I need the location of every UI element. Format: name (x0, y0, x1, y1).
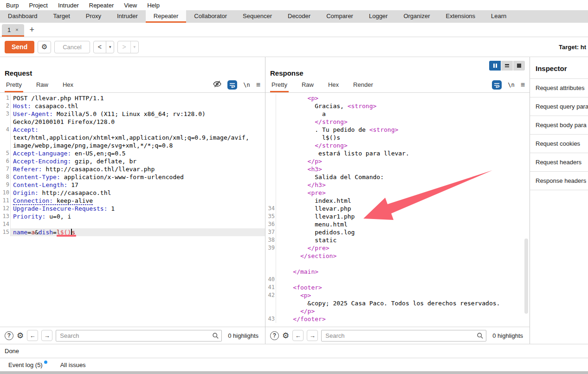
code-line[interactable]: 34 llevar.php (265, 205, 530, 213)
menu-view[interactable]: View (119, 2, 142, 9)
inspector-section-response-headers[interactable]: Response headers (530, 172, 588, 190)
search-previous-button[interactable]: ← (292, 330, 304, 341)
rows-layout-icon[interactable] (501, 61, 513, 71)
code-line[interactable]: 37 pedidos.log (265, 228, 530, 236)
tab-comparer[interactable]: Comparer (318, 10, 361, 23)
show-newlines-icon[interactable]: \n (243, 82, 250, 88)
code-line[interactable]: <p> (265, 94, 530, 102)
code-line[interactable]: a (265, 110, 530, 118)
code-line[interactable] (265, 260, 530, 268)
send-button[interactable]: Send (5, 41, 34, 53)
menu-burp[interactable]: Burp (1, 2, 24, 9)
tab-proxy[interactable]: Proxy (78, 10, 109, 23)
code-line[interactable]: 43 </footer> (265, 315, 530, 323)
tab-repeater[interactable]: Repeater (146, 10, 186, 23)
search-settings-icon[interactable]: ⚙ (282, 331, 289, 341)
tab-collaborator[interactable]: Collaborator (186, 10, 235, 23)
request-tab-raw[interactable]: Raw (35, 79, 50, 92)
word-wrap-icon[interactable] (492, 80, 502, 90)
inspector-section-request-headers[interactable]: Request headers (530, 153, 588, 172)
back-button[interactable]: < ▾ (93, 41, 115, 53)
tab-target[interactable]: Target (45, 10, 78, 23)
tab-organizer[interactable]: Organizer (395, 10, 438, 23)
code-line[interactable]: estará listo para llevar. (265, 149, 530, 157)
word-wrap-icon[interactable] (227, 80, 237, 90)
add-tab-button[interactable]: + (24, 24, 40, 36)
search-settings-icon[interactable]: ⚙ (17, 331, 24, 341)
request-tab-hex[interactable]: Hex (61, 79, 75, 92)
request-tab-pretty[interactable]: Pretty (5, 79, 23, 92)
tab-sequencer[interactable]: Sequencer (235, 10, 280, 23)
code-line[interactable]: 38 static (265, 236, 530, 244)
code-line[interactable]: 5Accept-Language: en-US,en;q=0.5 (0, 149, 265, 157)
tab-intruder[interactable]: Intruder (109, 10, 146, 23)
code-line[interactable]: </main> (265, 268, 530, 276)
inspector-section-request-body-para[interactable]: Request body para (530, 116, 588, 135)
code-line[interactable]: 14 (0, 220, 265, 228)
help-icon[interactable]: ? (5, 331, 13, 340)
tab-logger[interactable]: Logger (361, 10, 395, 23)
code-line[interactable]: <h3> (265, 165, 530, 173)
back-dropdown-icon[interactable]: ▾ (106, 41, 114, 53)
code-line[interactable]: . Tu pedido de <strong> (265, 126, 530, 134)
response-search-input[interactable] (321, 330, 486, 342)
search-next-button[interactable]: → (307, 330, 318, 341)
code-line[interactable]: 9Content-Length: 17 (0, 181, 265, 189)
help-icon[interactable]: ? (270, 331, 279, 340)
code-line[interactable]: 3User-Agent: Mozilla/5.0 (X11; Linux x86… (0, 110, 265, 118)
code-line[interactable]: 42 <p> (265, 291, 530, 299)
code-line[interactable]: l$()s (265, 134, 530, 142)
response-tab-raw[interactable]: Raw (300, 79, 315, 92)
code-line[interactable]: 1POST /llevar.php HTTP/1.1 (0, 94, 265, 102)
code-line[interactable]: 40 (265, 276, 530, 284)
event-log-button[interactable]: Event log (5) (8, 361, 47, 368)
code-line[interactable]: image/webp,image/png,image/svg+xml,*/*;q… (0, 142, 265, 149)
menu-help[interactable]: Help (142, 2, 165, 9)
code-line[interactable]: Salida del Comando: (265, 173, 530, 181)
code-line[interactable]: 2Host: casapaco.thl (0, 102, 265, 110)
code-line[interactable]: <pre> (265, 189, 530, 197)
menu-repeater[interactable]: Repeater (84, 2, 119, 9)
search-previous-button[interactable]: ← (27, 330, 38, 341)
code-line[interactable]: 41 <footer> (265, 284, 530, 291)
code-line[interactable]: 13Priority: u=0, i (0, 213, 265, 220)
tab-extensions[interactable]: Extensions (438, 10, 484, 23)
response-tab-pretty[interactable]: Pretty (270, 79, 289, 92)
hide-icon[interactable] (213, 80, 221, 90)
tab-dashboard[interactable]: Dashboard (0, 10, 45, 23)
code-line[interactable]: </h3> (265, 181, 530, 189)
editor-menu-icon[interactable]: ≡ (521, 81, 525, 89)
code-line[interactable]: 8Content-Type: application/x-www-form-ur… (0, 173, 265, 181)
tab-learn[interactable]: Learn (483, 10, 514, 23)
inspector-section-request-query-para[interactable]: Request query para (530, 97, 588, 116)
code-line[interactable]: 36 menu.html (265, 220, 530, 228)
response-tab-hex[interactable]: Hex (327, 79, 340, 92)
search-next-button[interactable]: → (41, 330, 52, 341)
menu-project[interactable]: Project (24, 2, 52, 9)
code-line[interactable]: text/html,application/xhtml+xml,applicat… (0, 134, 265, 142)
close-icon[interactable]: × (15, 27, 18, 32)
code-line[interactable]: 35 llevar1.php (265, 213, 530, 220)
code-line[interactable]: </strong> (265, 118, 530, 126)
code-line[interactable]: </p> (265, 157, 530, 165)
all-issues-button[interactable]: All issues (60, 361, 86, 368)
code-line[interactable]: index.html (265, 197, 530, 205)
response-tab-render[interactable]: Render (352, 79, 375, 92)
columns-layout-icon[interactable] (489, 61, 501, 71)
code-line[interactable]: 10Origin: http://casapaco.thl (0, 189, 265, 197)
scrollbar-thumb[interactable] (524, 239, 528, 314)
request-editor[interactable]: 1POST /llevar.php HTTP/1.12Host: casapac… (0, 93, 265, 327)
session-tab-1[interactable]: 1 × (2, 24, 24, 37)
code-line[interactable]: </strong> (265, 142, 530, 149)
code-line[interactable]: Gracias, <strong> (265, 102, 530, 110)
response-editor[interactable]: <p> Gracias, <strong> a </strong> . Tu p… (265, 93, 530, 327)
inspector-section-request-attributes[interactable]: Request attributes (530, 79, 588, 97)
request-search-input[interactable] (56, 330, 222, 342)
code-line[interactable]: 7Referer: http://casapaco.thl/llevar.php (0, 165, 265, 173)
menu-intruder[interactable]: Intruder (53, 2, 84, 9)
show-newlines-icon[interactable]: \n (508, 82, 514, 88)
tab-decoder[interactable]: Decoder (280, 10, 318, 23)
code-line[interactable]: Gecko/20100101 Firefox/128.0 (0, 118, 265, 126)
forward-dropdown-icon[interactable]: ▾ (130, 41, 139, 53)
code-line[interactable]: </p> (265, 307, 530, 315)
